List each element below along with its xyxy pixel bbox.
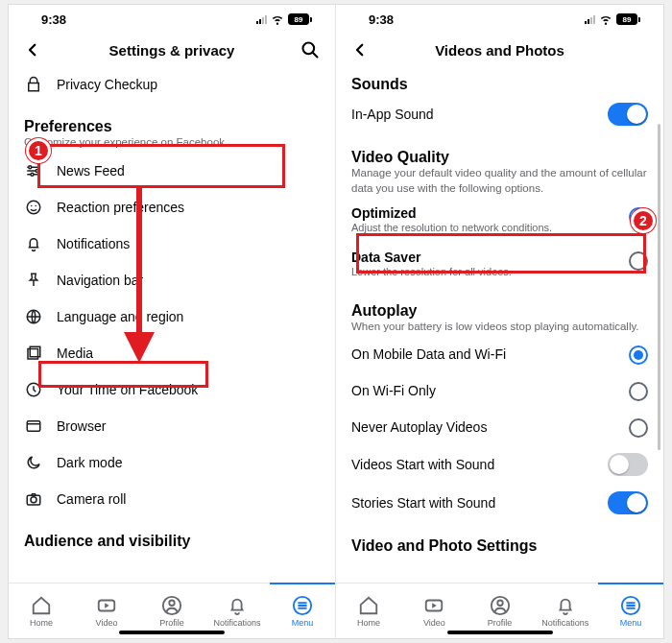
tab-home[interactable]: Home — [9, 583, 74, 638]
status-bar: 9:38 89 — [9, 5, 335, 34]
battery-icon: 89 — [288, 13, 312, 25]
radio-autoplay-mobile-wifi[interactable] — [629, 345, 648, 365]
label: On Mobile Data and Wi-Fi — [351, 346, 619, 362]
content-scroll[interactable]: Privacy Checkup Preferences Customize yo… — [9, 66, 335, 583]
row-notifications[interactable]: Notifications — [9, 226, 335, 262]
section-title: Video Quality — [351, 149, 648, 166]
radio-autoplay-wifi[interactable] — [629, 382, 648, 401]
profile-icon — [490, 595, 511, 616]
row-media[interactable]: Media — [9, 335, 335, 371]
status-time: 9:38 — [369, 12, 394, 27]
svg-point-7 — [36, 204, 37, 206]
label: Dark mode — [57, 455, 122, 470]
section-sounds: Sounds — [336, 66, 663, 95]
wifi-icon — [599, 12, 612, 26]
label: Notifications — [57, 236, 130, 251]
back-button[interactable] — [351, 41, 372, 59]
label: On Wi-Fi Only — [351, 383, 619, 398]
row-inapp-sound[interactable]: In-App Sound — [336, 95, 663, 133]
row-autoplay-wifi[interactable]: On Wi-Fi Only — [336, 372, 663, 409]
back-button[interactable] — [24, 41, 45, 59]
row-privacy-checkup[interactable]: Privacy Checkup — [9, 66, 335, 103]
label: News Feed — [57, 163, 125, 179]
row-autoplay-never[interactable]: Never Autoplay Videos — [336, 409, 663, 445]
tab-menu[interactable]: Menu — [598, 583, 663, 638]
row-your-time[interactable]: Your Time on Facebook — [9, 371, 335, 408]
section-title: Video and Photo Settings — [351, 537, 648, 555]
section-preferences: Preferences Customize your experience on… — [9, 103, 335, 153]
tab-label: Video — [96, 618, 118, 628]
cellular-icon — [256, 14, 267, 24]
status-bar: 9:38 89 — [336, 5, 663, 34]
svg-point-3 — [36, 169, 38, 172]
tab-label: Profile — [159, 618, 184, 628]
bell-icon — [24, 234, 43, 253]
radio-autoplay-never[interactable] — [629, 418, 648, 438]
page-title: Videos and Photos — [372, 42, 627, 59]
section-title: Audience and visibility — [24, 533, 320, 550]
cellular-icon — [585, 14, 595, 24]
battery-icon: 89 — [616, 13, 640, 25]
header: Settings & privacy — [9, 34, 335, 66]
section-subtitle: Customize your experience on Facebook. — [24, 135, 320, 151]
label: Reaction preferences — [57, 200, 184, 215]
home-icon — [31, 595, 52, 616]
section-autoplay: Autoplay When your battery is low videos… — [336, 287, 663, 337]
tab-label: Notifications — [213, 618, 260, 628]
svg-point-15 — [31, 496, 36, 502]
svg-point-22 — [497, 600, 503, 606]
row-autoplay-mobile-wifi[interactable]: On Mobile Data and Wi-Fi — [336, 336, 663, 372]
row-camera-roll[interactable]: Camera roll — [9, 481, 335, 517]
label: In-App Sound — [351, 107, 598, 122]
search-icon — [300, 40, 320, 60]
status-icons: 89 — [585, 12, 640, 26]
label: Videos Start with Sound — [351, 457, 598, 472]
video-icon — [423, 595, 444, 616]
browser-icon — [24, 417, 43, 436]
row-navigation-bar[interactable]: Navigation bar — [9, 262, 335, 298]
radio-optimized[interactable] — [629, 207, 648, 226]
label: Data Saver — [351, 250, 619, 265]
radio-data-saver[interactable] — [629, 251, 648, 271]
section-video-quality: Video Quality Manage your default video … — [336, 133, 663, 198]
content-scroll[interactable]: Sounds In-App Sound Video Quality Manage… — [336, 66, 663, 583]
scrollbar[interactable] — [658, 124, 660, 450]
chevron-left-icon — [24, 41, 41, 59]
tab-label: Profile — [488, 618, 513, 628]
tab-menu[interactable]: Menu — [270, 583, 335, 638]
toggle-stories-start-sound[interactable] — [608, 491, 648, 514]
svg-point-2 — [29, 165, 32, 168]
row-browser[interactable]: Browser — [9, 408, 335, 444]
label: Camera roll — [57, 491, 126, 507]
row-dark-mode[interactable]: Dark mode — [9, 444, 335, 481]
toggle-videos-start-sound[interactable] — [608, 453, 648, 476]
tab-label: Menu — [292, 618, 314, 628]
toggle-inapp-sound[interactable] — [608, 103, 648, 126]
row-data-saver[interactable]: Data Saver Lower the resolution for all … — [336, 242, 663, 286]
sub-label: Lower the resolution for all videos. — [351, 265, 619, 278]
label: Optimized — [351, 205, 619, 221]
label: Stories Start with Sound — [351, 495, 598, 511]
section-title: Preferences — [24, 118, 320, 135]
row-language-region[interactable]: Language and region — [9, 298, 335, 335]
tab-home[interactable]: Home — [336, 583, 401, 638]
row-optimized[interactable]: Optimized Adjust the resolution to netwo… — [336, 198, 663, 242]
tab-label: Video — [423, 618, 445, 628]
row-videos-start-sound[interactable]: Videos Start with Sound — [336, 445, 663, 484]
label: Navigation bar — [57, 273, 143, 288]
svg-point-6 — [31, 204, 33, 206]
label: Browser — [57, 418, 106, 434]
home-icon — [358, 595, 379, 616]
emoji-icon — [24, 198, 43, 217]
section-title: Sounds — [351, 76, 648, 93]
row-stories-start-sound[interactable]: Stories Start with Sound — [336, 484, 663, 522]
pin-icon — [24, 271, 43, 290]
search-button[interactable] — [299, 40, 320, 60]
tab-label: Home — [357, 618, 380, 628]
row-news-feed[interactable]: News Feed — [9, 153, 335, 189]
phone-videos-photos: 9:38 89 Videos and Photos Sounds In-App … — [336, 5, 663, 638]
header: Videos and Photos — [336, 34, 663, 66]
section-video-photo-settings: Video and Photo Settings — [336, 522, 663, 557]
row-reaction-preferences[interactable]: Reaction preferences — [9, 189, 335, 226]
profile-icon — [161, 595, 182, 616]
